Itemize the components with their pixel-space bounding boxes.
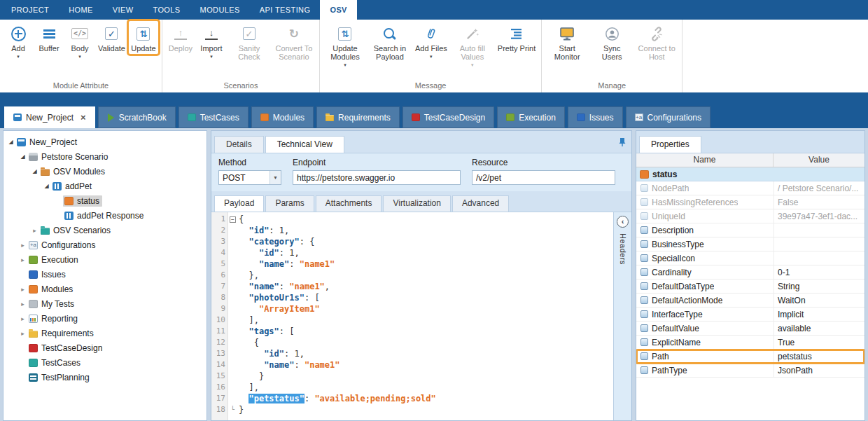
- property-value: False: [774, 198, 864, 207]
- doc-tab-testcasedesign[interactable]: TestCaseDesign: [402, 106, 494, 128]
- chevron-down-icon[interactable]: ▼: [270, 171, 281, 184]
- ribbon-button-buffer[interactable]: Buffer: [34, 21, 64, 54]
- doc-tab-modules[interactable]: Modules: [251, 106, 314, 128]
- doc-tab-issues[interactable]: Issues: [568, 106, 623, 128]
- property-row-defaultdatatype[interactable]: DefaultDataTypeString: [636, 279, 864, 294]
- subtab-virtualization[interactable]: Virtualization: [383, 195, 450, 212]
- headers-side-tab[interactable]: ‹ Headers: [613, 212, 631, 420]
- tree-item-osv-modules[interactable]: ◢OSV Modules: [4, 164, 206, 179]
- attribute-icon: [640, 324, 648, 332]
- menu-tab-api-testing[interactable]: API TESTING: [250, 0, 321, 20]
- tree-expander-open-icon[interactable]: ◢: [6, 139, 15, 145]
- tree-item-configurations[interactable]: ▸+aConfigurations: [4, 237, 206, 252]
- property-row-defaultactionmode[interactable]: DefaultActionModeWaitOn: [636, 294, 864, 308]
- code-line: ],: [239, 382, 613, 393]
- tree-expander-closed-icon[interactable]: ▸: [18, 315, 27, 322]
- fold-collapse-icon[interactable]: −: [230, 216, 236, 223]
- tab-properties[interactable]: Properties: [639, 136, 701, 153]
- pin-icon[interactable]: [616, 137, 629, 148]
- reporting-icon: [29, 315, 38, 323]
- menu-tab-tools[interactable]: TOOLS: [143, 0, 190, 20]
- ribbon-button-validate[interactable]: ✓Validate: [96, 21, 127, 54]
- doc-tab-requirements[interactable]: Requirements: [316, 106, 400, 128]
- resource-input[interactable]: [472, 170, 615, 185]
- doc-tab-testcases[interactable]: TestCases: [178, 106, 248, 128]
- ribbon-button-body[interactable]: </>Body▾: [65, 21, 94, 61]
- tree-expander-closed-icon[interactable]: ▸: [18, 242, 27, 249]
- ribbon-button-import[interactable]: ↓Import▾: [197, 21, 226, 61]
- tree-expander-open-icon[interactable]: ◢: [18, 153, 27, 160]
- property-row-explicitname[interactable]: ExplicitNameTrue: [636, 336, 864, 350]
- tree-item-addpet[interactable]: ◢addPet: [4, 179, 206, 193]
- property-row-defaultvalue[interactable]: DefaultValueavailable: [636, 322, 864, 336]
- ribbon-button-add-files[interactable]: Add Files▾: [413, 21, 449, 61]
- menu-tab-home[interactable]: HOME: [59, 0, 103, 20]
- subtab-params[interactable]: Params: [265, 195, 314, 212]
- menu-tab-project[interactable]: PROJECT: [1, 0, 59, 20]
- ribbon-button-sync-users[interactable]: Sync Users: [590, 21, 634, 62]
- tree-item-osv-scenarios[interactable]: ▸OSV Scenarios: [4, 223, 206, 237]
- tree-item-execution[interactable]: ▸Execution: [4, 252, 206, 267]
- tree-item-petstore-scenario[interactable]: ◢Petstore Scenario: [4, 149, 206, 164]
- ribbon-button-update[interactable]: ⇅Update: [129, 21, 158, 54]
- collapse-headers-button[interactable]: ‹: [617, 216, 629, 228]
- ribbon-button-add[interactable]: Add▾: [4, 21, 33, 61]
- tree-expander-closed-icon[interactable]: ▸: [18, 256, 27, 263]
- tree-item-testcases[interactable]: TestCases: [4, 355, 206, 370]
- tree-expander-closed-icon[interactable]: ▸: [18, 286, 27, 293]
- tree-expander-closed-icon[interactable]: ▸: [18, 301, 27, 308]
- subtab-payload[interactable]: Payload: [214, 195, 264, 212]
- tree-item-issues[interactable]: Issues: [4, 267, 206, 282]
- json-editor[interactable]: 123456789101112131415161718−└{ "id": 1, …: [211, 212, 613, 420]
- property-group-status[interactable]: status: [636, 167, 864, 181]
- property-row-cardinality[interactable]: Cardinality0-1: [636, 265, 864, 279]
- tree-item-my-tests[interactable]: ▸My Tests: [4, 296, 206, 311]
- doc-tab-configurations[interactable]: +aConfigurations: [626, 106, 710, 128]
- tree-item-status[interactable]: status: [4, 193, 206, 208]
- tree-item-reporting[interactable]: ▸Reporting: [4, 311, 206, 326]
- menu-tab-osv[interactable]: OSV: [320, 0, 356, 20]
- subtab-advanced[interactable]: Advanced: [452, 195, 509, 212]
- ribbon-button-start-monitor[interactable]: Start Monitor: [545, 21, 589, 62]
- property-row-specialicon[interactable]: SpecialIcon: [636, 251, 864, 265]
- property-row-path[interactable]: Pathpetstatus: [636, 350, 864, 364]
- ribbon-button-update-modules[interactable]: ⇅Update Modules▾: [323, 21, 367, 69]
- tab-details[interactable]: Details: [214, 136, 264, 153]
- property-row-hasmissingreferences[interactable]: HasMissingReferencesFalse: [636, 195, 864, 209]
- close-icon[interactable]: ×: [80, 113, 86, 122]
- doc-tab-new-project[interactable]: New_Project×: [4, 106, 95, 128]
- tab-technical-view[interactable]: Technical View: [265, 136, 344, 153]
- doc-tab-scratchbook[interactable]: ScratchBook: [98, 106, 176, 128]
- tree-expander-closed-icon[interactable]: ▸: [18, 330, 27, 337]
- property-row-pathtype[interactable]: PathTypeJsonPath: [636, 364, 864, 378]
- ribbon-button-search-in-payload[interactable]: Search in Payload: [368, 21, 412, 62]
- property-row-nodepath[interactable]: NodePath/ Petstore Scenario/...: [636, 181, 864, 195]
- tree-item-requirements[interactable]: ▸Requirements: [4, 326, 206, 340]
- attribute-icon: [640, 254, 648, 262]
- tree-expander-open-icon[interactable]: ◢: [30, 168, 39, 174]
- tree-item-testcasedesign[interactable]: TestCaseDesign: [4, 340, 206, 355]
- property-row-interfacetype[interactable]: InterfaceTypeImplicit: [636, 308, 864, 322]
- attribute-icon: [640, 184, 648, 192]
- tree-item-testplanning[interactable]: TestPlanning: [4, 370, 206, 385]
- tree-item-modules[interactable]: ▸Modules: [4, 282, 206, 296]
- property-row-uniqueid[interactable]: UniqueId39e97a47-3ef1-dac...: [636, 209, 864, 223]
- deploy-icon: ↑: [174, 23, 187, 44]
- ribbon-group-label: Manage: [545, 80, 678, 92]
- column-header-value[interactable]: Value: [774, 153, 864, 167]
- tree-item-addpet-response[interactable]: addPet Response: [4, 208, 206, 223]
- endpoint-input[interactable]: [293, 170, 461, 185]
- property-row-businesstype[interactable]: BusinessType: [636, 237, 864, 251]
- property-row-description[interactable]: Description: [636, 223, 864, 237]
- menu-tab-modules[interactable]: MODULES: [190, 0, 250, 20]
- column-header-name[interactable]: Name: [636, 153, 774, 167]
- ribbon-button-pretty-print[interactable]: Pretty Print: [496, 21, 538, 54]
- doc-tab-execution[interactable]: Execution: [497, 106, 565, 128]
- menu-tab-view[interactable]: VIEW: [103, 0, 144, 20]
- tree-expander-closed-icon[interactable]: ▸: [30, 227, 39, 234]
- ribbon-button-sanity-check: ✓Sanity Check: [227, 21, 271, 62]
- method-select[interactable]: POST ▼: [218, 170, 281, 185]
- tree-expander-open-icon[interactable]: ◢: [42, 183, 51, 189]
- subtab-attachments[interactable]: Attachments: [316, 195, 382, 212]
- tree-item-new-project[interactable]: ◢New_Project: [4, 134, 206, 149]
